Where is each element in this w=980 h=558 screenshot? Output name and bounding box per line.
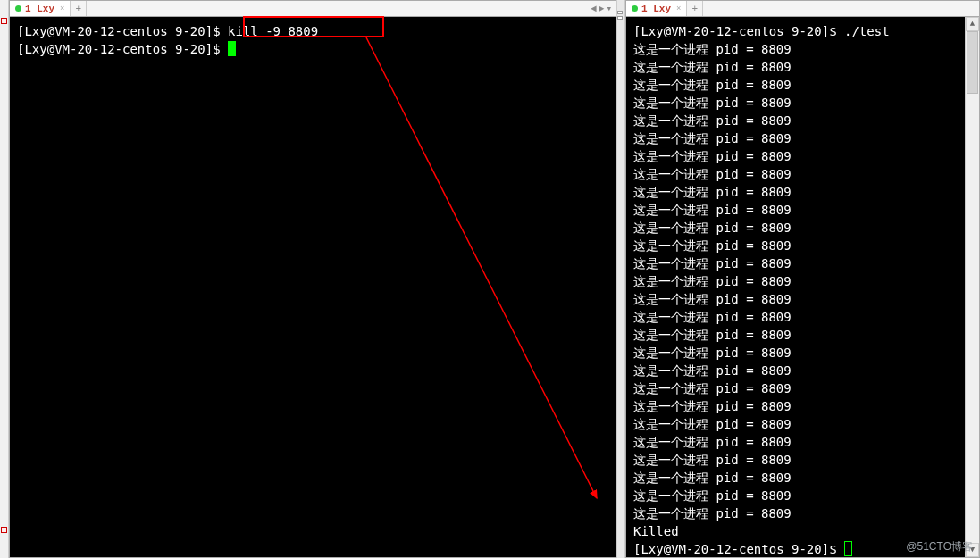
gutter-mark-icon: [617, 11, 623, 14]
sidebar-gutter: [0, 0, 9, 558]
terminal-output-line: 这是一个进程 pid = 8809: [633, 504, 972, 522]
terminal-output-line: 这是一个进程 pid = 8809: [633, 147, 972, 165]
tab-next-icon[interactable]: ►: [599, 4, 605, 14]
terminal-output-line: 这是一个进程 pid = 8809: [633, 272, 972, 290]
terminal-output-line: 这是一个进程 pid = 8809: [633, 433, 972, 451]
terminal-output-line: 这是一个进程 pid = 8809: [633, 379, 972, 397]
tab-menu-icon[interactable]: ▾: [606, 3, 612, 14]
right-terminal[interactable]: [Lxy@VM-20-12-centos 9-20]$ ./test这是一个进程…: [626, 17, 979, 557]
terminal-output-line: 这是一个进程 pid = 8809: [633, 219, 972, 237]
terminal-output-line: 这是一个进程 pid = 8809: [633, 469, 972, 487]
terminal-output-line: 这是一个进程 pid = 8809: [633, 451, 972, 469]
tab-nav-arrows: ◄ ► ▾: [591, 1, 616, 16]
watermark: @51CTO博客: [906, 539, 973, 554]
terminal-output-line: 这是一个进程 pid = 8809: [633, 129, 972, 147]
right-terminal-pane: 1 Lxy × + [Lxy@VM-20-12-centos 9-20]$ ./…: [625, 0, 980, 558]
right-scrollbar[interactable]: ▲ ▼: [965, 17, 979, 557]
terminal-output-line: 这是一个进程 pid = 8809: [633, 254, 972, 272]
connected-dot-icon: [632, 5, 638, 12]
new-tab-button[interactable]: +: [687, 1, 703, 16]
gutter-marker-icon: [1, 18, 7, 24]
close-icon[interactable]: ×: [676, 4, 681, 13]
terminal-output-line: 这是一个进程 pid = 8809: [633, 94, 972, 112]
terminal-line: [Lxy@VM-20-12-centos 9-20]$: [17, 40, 608, 58]
terminal-output-line: 这是一个进程 pid = 8809: [633, 397, 972, 415]
terminal-output-line: 这是一个进程 pid = 8809: [633, 40, 972, 58]
scroll-track[interactable]: [966, 31, 979, 543]
terminal-output-line: 这是一个进程 pid = 8809: [633, 308, 972, 326]
tab-label: 1 Lxy: [25, 4, 54, 14]
terminal-killed-line: Killed: [633, 522, 972, 540]
left-tab-1[interactable]: 1 Lxy ×: [10, 1, 71, 16]
terminal-line: [Lxy@VM-20-12-centos 9-20]$ ./test: [633, 22, 972, 40]
tab-prev-icon[interactable]: ◄: [591, 4, 597, 14]
terminal-output-line: 这是一个进程 pid = 8809: [633, 58, 972, 76]
terminal-output-line: 这是一个进程 pid = 8809: [633, 76, 972, 94]
close-icon[interactable]: ×: [60, 4, 64, 13]
cursor-icon: [844, 541, 852, 556]
terminal-output-line: 这是一个进程 pid = 8809: [633, 183, 972, 201]
new-tab-button[interactable]: +: [71, 1, 87, 16]
split-gutter[interactable]: [616, 0, 625, 558]
right-tab-1[interactable]: 1 Lxy ×: [626, 1, 687, 16]
cursor-icon: [228, 41, 236, 56]
terminal-output-line: 这是一个进程 pid = 8809: [633, 487, 972, 504]
tab-label: 1 Lxy: [641, 4, 671, 14]
scroll-up-icon[interactable]: ▲: [966, 17, 979, 31]
terminal-output-line: 这是一个进程 pid = 8809: [633, 201, 972, 219]
terminal-output-line: 这是一个进程 pid = 8809: [633, 112, 972, 129]
terminal-output-line: 这是一个进程 pid = 8809: [633, 237, 972, 254]
gutter-marker-icon: [1, 527, 7, 533]
terminal-output-line: 这是一个进程 pid = 8809: [633, 362, 972, 379]
terminal-line: [Lxy@VM-20-12-centos 9-20]$ kill -9 8809: [17, 22, 608, 40]
right-tabbar: 1 Lxy × +: [626, 1, 979, 17]
terminal-output-line: 这是一个进程 pid = 8809: [633, 326, 972, 344]
terminal-output-line: 这是一个进程 pid = 8809: [633, 415, 972, 433]
connected-dot-icon: [15, 5, 21, 12]
terminal-output-line: 这是一个进程 pid = 8809: [633, 165, 972, 183]
terminal-output-line: 这是一个进程 pid = 8809: [633, 344, 972, 362]
left-terminal[interactable]: [Lxy@VM-20-12-centos 9-20]$ kill -9 8809…: [10, 17, 616, 557]
left-tabbar: 1 Lxy × + ◄ ► ▾: [10, 1, 616, 17]
left-terminal-pane: 1 Lxy × + ◄ ► ▾ [Lxy@VM-20-12-centos 9-2…: [9, 0, 616, 558]
gutter-mark-icon: [617, 16, 623, 20]
scroll-thumb[interactable]: [967, 31, 978, 94]
terminal-output-line: 这是一个进程 pid = 8809: [633, 290, 972, 308]
